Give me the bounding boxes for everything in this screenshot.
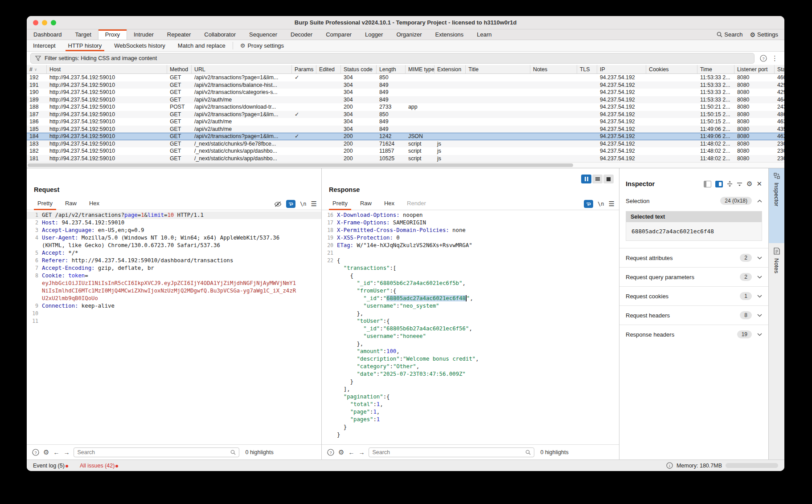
tab-hex[interactable]: Hex [378,198,401,210]
tab-proxy-settings[interactable]: ⚙Proxy settings [234,40,290,51]
tab-logger[interactable]: Logger [358,29,390,40]
show-newlines-icon[interactable]: \n [300,201,306,207]
soft-wrap-icon[interactable] [286,200,295,208]
column-header-status-code[interactable]: Status code [341,65,377,73]
column-header-cookies[interactable]: Cookies [646,65,697,73]
table-row[interactable]: 184http://94.237.54.192:59010GET/api/v2/… [27,133,784,140]
table-row[interactable]: 186http://94.237.54.192:59010GET/api/v2/… [27,118,784,126]
table-row[interactable]: 181http://94.237.54.192:59010GET/_next/s… [27,155,784,163]
kebab-menu-icon[interactable]: ⋮ [771,54,778,62]
tab-sequencer[interactable]: Sequencer [242,29,284,40]
tab-pretty[interactable]: Pretty [326,198,354,210]
tab-proxy[interactable]: Proxy [98,29,127,40]
side-tab-notes[interactable]: Notes [769,243,784,278]
tab-extensions[interactable]: Extensions [429,29,471,40]
column-header-edited[interactable]: Edited [316,65,341,73]
layout-buttons [581,175,614,183]
inspector-section-request-headers[interactable]: Request headers8 [619,305,768,325]
tab-dashboard[interactable]: Dashboard [27,29,69,40]
tab-render[interactable]: Render [401,198,432,210]
table-row[interactable]: 192http://94.237.54.192:59010GET/api/v2/… [27,74,784,81]
eye-off-icon[interactable] [274,201,282,207]
column-header-host[interactable]: Host [47,65,167,73]
tab-target[interactable]: Target [69,29,98,40]
filter-settings-bar[interactable]: Filter settings: Hiding CSS and image co… [30,53,755,64]
tab-organizer[interactable]: Organizer [390,29,428,40]
column-header-listener-port[interactable]: Listener port [734,65,775,73]
tab-repeater[interactable]: Repeater [160,29,197,40]
editor-menu-icon[interactable]: ☰ [609,200,615,208]
close-icon[interactable]: ✕ [756,180,762,188]
column-header-extension[interactable]: Extension [435,65,466,73]
show-newlines-icon[interactable]: \n [598,201,604,207]
gear-icon[interactable]: ⚙ [43,448,49,456]
inspector-section-request-attributes[interactable]: Request attributes2 [619,248,768,267]
settings-button[interactable]: ⚙ Settings [750,31,778,38]
inspector-section-request-cookies[interactable]: Request cookies1 [619,286,768,305]
response-editor[interactable]: 16X-Download-Options: noopen17X-Frame-Op… [322,210,619,444]
inspector-section-response-headers[interactable]: Response headers19 [619,325,768,344]
request-editor[interactable]: 1GET /api/v2/transactions?page=1&limit=1… [27,210,321,444]
soft-wrap-icon[interactable] [584,200,593,208]
column-header-method[interactable]: Method [167,65,192,73]
help-icon[interactable]: ? [32,449,39,456]
editor-menu-icon[interactable]: ☰ [311,200,317,208]
tab-hex[interactable]: Hex [83,198,106,210]
table-horizontal-scrollbar[interactable] [27,162,784,168]
side-tab-inspector[interactable]: Inspector [769,168,784,243]
collapse-all-icon[interactable] [737,181,742,187]
table-row[interactable]: 190http://94.237.54.192:59010GET/api/v2/… [27,89,784,96]
column-header-length[interactable]: Length [377,65,406,73]
rows-layout-button[interactable] [592,175,603,183]
tab-comparer[interactable]: Comparer [319,29,358,40]
tab-collaborator[interactable]: Collaborator [197,29,242,40]
table-row[interactable]: 182http://94.237.54.192:59010GET/_next/s… [27,147,784,155]
tab-http-history[interactable]: HTTP history [62,40,108,51]
gear-icon[interactable]: ⚙ [338,448,344,456]
column-header-notes[interactable]: Notes [530,65,577,73]
tab-decoder[interactable]: Decoder [284,29,319,40]
table-row[interactable]: 188http://94.237.54.192:59010POST/api/v2… [27,103,784,111]
table-row[interactable]: 189http://94.237.54.192:59010GET/api/v2/… [27,96,784,104]
inspector-section-selection[interactable]: Selection24 (0x18) [619,191,768,210]
next-match-icon[interactable]: → [358,449,365,456]
column-header-params[interactable]: Params [292,65,316,73]
expand-all-icon[interactable] [727,181,733,187]
column-header-title[interactable]: Title [466,65,530,73]
dock-right-icon[interactable] [715,181,723,187]
tab-intruder[interactable]: Intruder [127,29,160,40]
column-header--[interactable]: #∨ [27,65,47,73]
tab-match-and-replace[interactable]: Match and replace [172,40,232,51]
column-header-time[interactable]: Time [697,65,734,73]
column-header-tls[interactable]: TLS [577,65,597,73]
tab-raw[interactable]: Raw [354,198,378,210]
help-icon[interactable]: ? [760,55,767,62]
table-row[interactable]: 191http://94.237.54.192:59010GET/api/v2/… [27,81,784,89]
dock-left-icon[interactable] [704,181,711,187]
prev-match-icon[interactable]: ← [53,449,59,456]
gear-icon[interactable]: ⚙ [746,180,752,188]
search-button[interactable]: Search [717,31,742,38]
tab-websockets-history[interactable]: WebSockets history [108,40,172,51]
table-row[interactable]: 183http://94.237.54.192:59010GET/_next/s… [27,140,784,148]
column-header-url[interactable]: URL [192,65,292,73]
pause-updates-button[interactable] [581,175,591,183]
tab-pretty[interactable]: Pretty [31,198,59,210]
prev-match-icon[interactable]: ← [348,449,354,456]
tab-intercept[interactable]: Intercept [27,40,62,51]
help-icon[interactable]: ? [327,449,334,456]
single-layout-button[interactable] [603,175,614,183]
response-search-input[interactable] [372,449,525,455]
next-match-icon[interactable]: → [63,449,70,456]
tab-learn[interactable]: Learn [470,29,498,40]
tab-raw[interactable]: Raw [59,198,83,210]
event-log-button[interactable]: Event log (5) [33,463,68,469]
table-row[interactable]: 185http://94.237.54.192:59010GET/api/v2/… [27,126,784,133]
all-issues-button[interactable]: All issues (42) [80,463,119,469]
column-header-mime-type[interactable]: MIME type [406,65,435,73]
column-header-ip[interactable]: IP [597,65,646,73]
column-header-start[interactable]: Start [775,65,784,73]
request-search-input[interactable] [77,449,230,455]
inspector-section-request-query-parameters[interactable]: Request query parameters2 [619,267,768,286]
table-row[interactable]: 187http://94.237.54.192:59010GET/api/v2/… [27,111,784,118]
